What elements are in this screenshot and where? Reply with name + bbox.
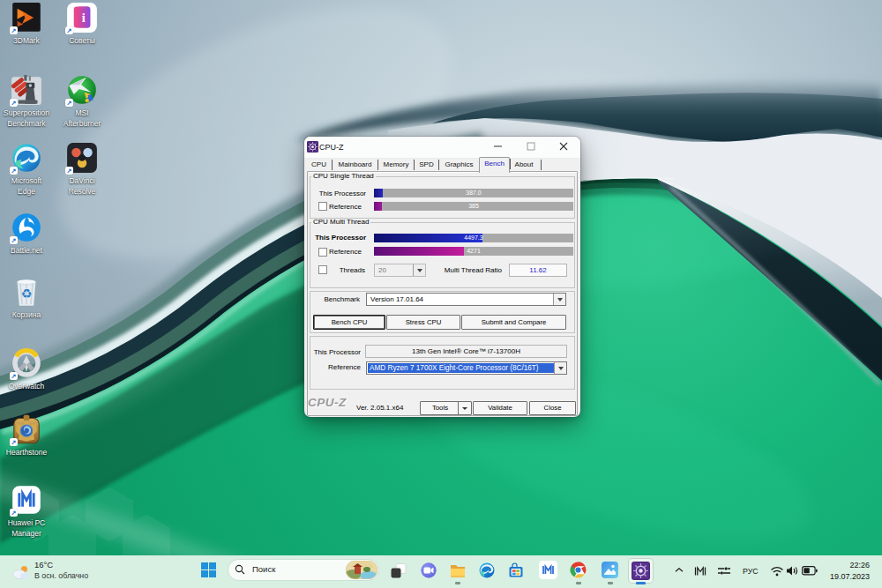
svg-text:♻: ♻ (21, 287, 33, 301)
svg-text:i: i (82, 11, 86, 25)
